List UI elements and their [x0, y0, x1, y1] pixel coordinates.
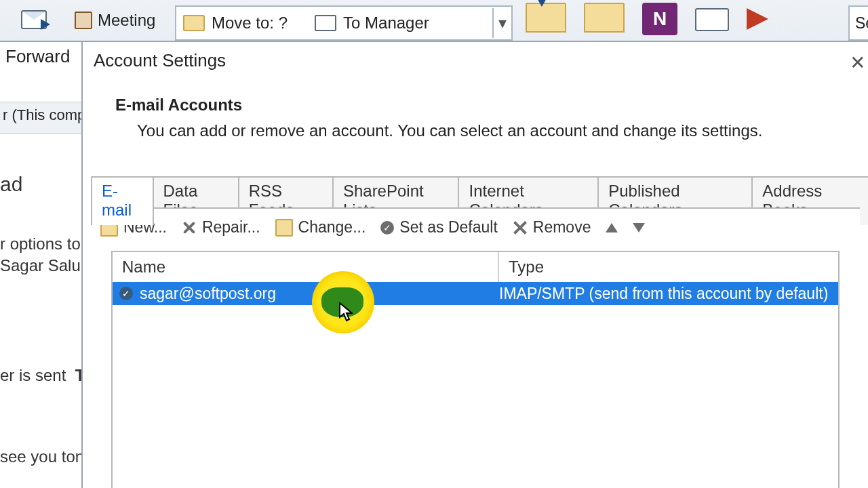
ribbon-actions: N: [526, 3, 768, 35]
to-manager-label: To Manager: [343, 14, 429, 33]
chevron-down-icon[interactable]: ▾: [492, 8, 511, 38]
move-to-label: Move to: ?: [212, 14, 288, 33]
tab-email[interactable]: E-mail: [91, 176, 154, 225]
set-default-button[interactable]: ✓ Set as Default: [380, 218, 497, 237]
account-type: IMAP/SMTP (send from this account by def…: [499, 285, 828, 303]
check-circle-icon: ✓: [380, 221, 394, 235]
repair-icon: [182, 220, 197, 235]
account-settings-dialog: Account Settings ✕ E-mail Accounts You c…: [81, 41, 868, 488]
accounts-toolbar: New... Repair... Change... ✓ Set as Defa…: [91, 209, 860, 243]
outlook-ribbon: Meeting Move to: ? To Manager ▾ N Se: [0, 0, 868, 42]
remove-label: Remove: [533, 218, 591, 237]
move-to-dropdown[interactable]: Move to: ? To Manager ▾: [175, 5, 513, 41]
search-box[interactable]: Se: [848, 5, 868, 41]
move-down-button[interactable]: [633, 223, 645, 232]
meeting-label: Meeting: [98, 11, 155, 30]
onenote-icon[interactable]: N: [642, 3, 677, 35]
remove-account-button[interactable]: Remove: [513, 218, 591, 237]
email-accounts-heading: E-mail Accounts: [115, 96, 868, 115]
bg-text: Sagar Salunk: [0, 255, 81, 277]
account-name: sagar@softpost.org: [140, 285, 276, 303]
mark-unread-icon[interactable]: [695, 8, 729, 31]
cell-name: ✓ sagar@softpost.org: [113, 282, 492, 305]
meeting-button[interactable]: Meeting: [75, 7, 155, 34]
background-search-row: r (This comp: [0, 102, 87, 134]
folder-icon: [183, 15, 205, 31]
follow-up-flag-icon[interactable]: [747, 8, 768, 30]
move-up-button[interactable]: [606, 223, 618, 232]
repair-label: Repair...: [202, 218, 260, 237]
forward-button[interactable]: [0, 0, 68, 41]
bg-text: r options to: [0, 233, 81, 255]
rules-folder-icon[interactable]: [584, 3, 625, 33]
accounts-table: Name Type ✓ sagar@softpost.org IMAP/SMTP…: [111, 251, 840, 488]
arrow-down-icon: [633, 223, 645, 232]
forward-label: Forward: [0, 46, 70, 75]
repair-account-button[interactable]: Repair...: [182, 218, 260, 237]
change-label: Change...: [298, 218, 366, 237]
arrow-down-icon: [536, 0, 547, 7]
calendar-icon: [75, 12, 92, 29]
close-icon[interactable]: ✕: [850, 52, 865, 74]
column-type[interactable]: Type: [499, 252, 838, 282]
table-header: Name Type: [113, 252, 838, 282]
bg-text: see you ton: [0, 446, 81, 468]
column-name[interactable]: Name: [113, 252, 499, 282]
table-row[interactable]: ✓ sagar@softpost.org IMAP/SMTP (send fro…: [113, 282, 838, 305]
cell-type: IMAP/SMTP (send from this account by def…: [492, 282, 838, 305]
arrow-up-icon: [606, 223, 618, 232]
envelope-icon: [315, 15, 336, 31]
bg-text: er is sent T: [0, 365, 81, 386]
bg-text: ad: [0, 174, 81, 195]
email-accounts-subtitle: You can add or remove an account. You ca…: [137, 120, 868, 142]
move-folder-icon[interactable]: [526, 3, 566, 33]
default-account-icon: ✓: [119, 287, 133, 300]
default-label: Set as Default: [399, 218, 497, 237]
dialog-title: Account Settings: [83, 42, 868, 75]
change-account-button[interactable]: Change...: [275, 218, 366, 237]
forward-arrow-icon: [41, 19, 50, 30]
tab-body: New... Repair... Change... ✓ Set as Defa…: [91, 207, 860, 488]
change-icon: [275, 219, 293, 237]
search-label: Se: [855, 14, 868, 33]
remove-icon: [513, 220, 528, 235]
